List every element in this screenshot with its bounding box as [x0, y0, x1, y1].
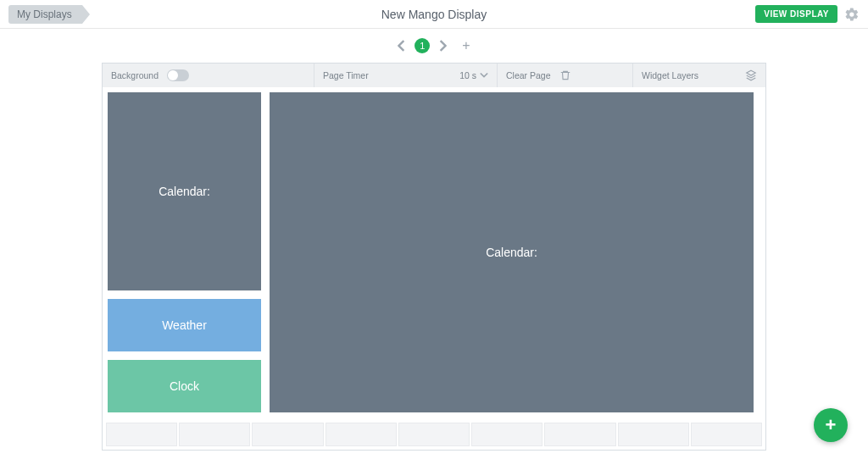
grid-cell	[471, 423, 542, 446]
widget-layers-section: Widget Layers	[633, 64, 765, 87]
grid-cell	[326, 423, 397, 446]
widget-clock[interactable]: Clock	[106, 358, 263, 414]
background-toggle[interactable]	[167, 69, 189, 81]
add-page-button[interactable]: +	[462, 38, 470, 53]
add-widget-fab[interactable]: +	[814, 408, 848, 442]
prev-page-button[interactable]	[398, 40, 406, 52]
background-label: Background	[111, 70, 159, 80]
page-timer-value: 10 s	[459, 70, 476, 80]
grid-cell	[691, 423, 762, 446]
page-indicator-1[interactable]: 1	[415, 38, 430, 53]
page-timer-section: Page Timer 10 s	[314, 64, 498, 87]
view-display-button[interactable]: VIEW DISPLAY	[755, 5, 837, 23]
layout-canvas[interactable]: Calendar: Weather Clock Calendar:	[103, 87, 765, 450]
clear-page-section: Clear Page	[498, 64, 633, 87]
top-actions: VIEW DISPLAY	[755, 5, 860, 23]
top-bar: My Displays New Mango Display VIEW DISPL…	[0, 0, 868, 29]
grid-cell	[106, 423, 177, 446]
grid-cell	[544, 423, 615, 446]
page-timer-select[interactable]: 10 s	[459, 70, 488, 80]
grid-cell	[398, 423, 470, 446]
grid-cell	[252, 423, 323, 446]
widget-calendar-large[interactable]: Calendar:	[268, 91, 755, 414]
page-navigator: 1 +	[0, 29, 868, 63]
widget-layers-label: Widget Layers	[642, 70, 698, 80]
widget-calendar-small[interactable]: Calendar:	[106, 91, 263, 292]
grid-guide-row	[106, 423, 762, 446]
editor-toolbar: Background Page Timer 10 s Clear Page Wi…	[103, 64, 765, 87]
trash-icon[interactable]	[559, 69, 571, 81]
page-title: New Mango Display	[381, 8, 487, 21]
background-section: Background	[103, 64, 314, 87]
layers-icon[interactable]	[745, 69, 757, 81]
gear-icon[interactable]	[844, 7, 860, 22]
clear-page-label: Clear Page	[506, 70, 551, 80]
grid-cell	[179, 423, 250, 446]
page-timer-label: Page Timer	[323, 70, 369, 80]
editor-frame: Background Page Timer 10 s Clear Page Wi…	[102, 63, 766, 451]
widget-weather[interactable]: Weather	[106, 297, 263, 353]
plus-icon: +	[826, 414, 837, 436]
grid-cell	[618, 423, 689, 446]
chevron-down-icon	[480, 71, 488, 80]
next-page-button[interactable]	[438, 40, 447, 52]
breadcrumb-my-displays[interactable]: My Displays	[8, 5, 82, 24]
